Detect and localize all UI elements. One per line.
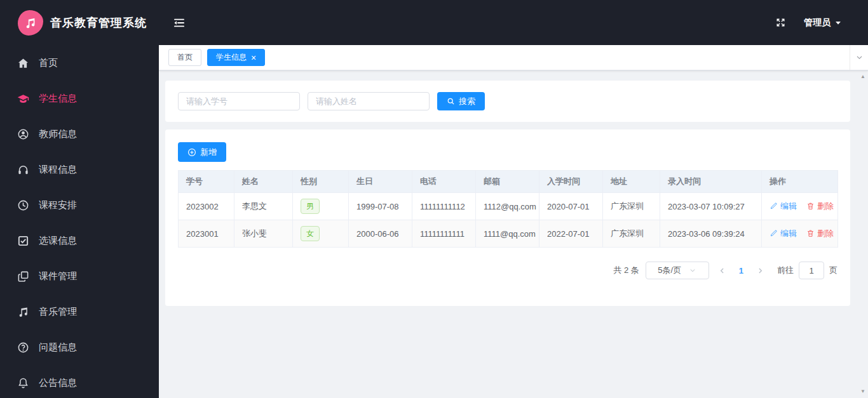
scrollbar[interactable]: ▲ ▼	[858, 70, 868, 398]
sidebar-item-8[interactable]: 音乐管理	[0, 294, 159, 329]
student-id-input[interactable]	[178, 92, 300, 110]
page-number-1[interactable]: 1	[735, 266, 747, 275]
column-header: 地址	[603, 171, 660, 193]
graduation-cap-icon	[17, 93, 29, 105]
scroll-down-icon[interactable]: ▼	[860, 389, 865, 394]
sidebar-item-6[interactable]: 选课信息	[0, 223, 159, 258]
user-icon	[17, 128, 29, 140]
sidebar: 首页学生信息教师信息课程信息课程安排选课信息课件管理音乐管理问题信息公告信息	[0, 45, 159, 398]
table-row: 2023001张小斐女2000-06-06111111111111111@qq.…	[179, 220, 838, 248]
trash-icon	[806, 229, 815, 237]
total-count: 共 2 条	[613, 265, 639, 276]
delete-button[interactable]: 删除	[806, 201, 834, 212]
next-page-icon[interactable]	[754, 267, 767, 275]
page-size-value: 5条/页	[658, 265, 681, 276]
top-header: 音乐教育管理系统 管理员	[0, 0, 868, 45]
admin-label: 管理员	[804, 17, 831, 29]
gender-tag: 女	[301, 226, 320, 241]
goto-page: 前往 页	[777, 262, 837, 279]
table-panel: 新增 学号姓名性别生日电话邮箱入学时间地址录入时间操作 2023002李思文男1…	[165, 129, 850, 306]
tabs-bar: 首页学生信息×	[159, 45, 868, 70]
scroll-up-icon[interactable]: ▲	[860, 74, 865, 79]
column-header: 录入时间	[660, 171, 762, 193]
bell-icon	[17, 377, 29, 389]
sidebar-item-7[interactable]: 课件管理	[0, 258, 159, 294]
sidebar-item-1[interactable]: 首页	[0, 45, 159, 81]
table-row: 2023002李思文男1999-07-08111111111121112@qq.…	[179, 193, 838, 220]
sidebar-item-label: 课件管理	[39, 270, 77, 282]
goto-page-input[interactable]	[799, 262, 824, 279]
clock-icon	[17, 199, 29, 211]
logo-area: 音乐教育管理系统	[0, 10, 159, 36]
checkbox-icon	[17, 235, 29, 247]
column-header: 性别	[293, 171, 349, 193]
cell-phone: 11111111112	[412, 193, 476, 220]
cell-email: 1112@qq.com	[476, 193, 539, 220]
fullscreen-icon[interactable]	[775, 17, 786, 28]
tab-label: 首页	[177, 52, 193, 63]
cell-created-at: 2023-03-06 09:39:24	[660, 220, 762, 248]
search-panel: 搜索	[165, 81, 850, 122]
cell-actions: 编辑删除	[762, 220, 838, 248]
page-size-select[interactable]: 5条/页	[646, 262, 709, 279]
add-button-label: 新增	[200, 147, 217, 158]
cell-birthday: 2000-06-06	[349, 220, 412, 248]
copy-icon	[17, 270, 29, 282]
edit-button[interactable]: 编辑	[770, 201, 797, 212]
sidebar-item-label: 选课信息	[39, 235, 77, 247]
tab-more-button[interactable]	[850, 45, 868, 70]
table-header-row: 学号姓名性别生日电话邮箱入学时间地址录入时间操作	[179, 171, 838, 193]
pencil-icon	[770, 229, 778, 237]
column-header: 学号	[179, 171, 234, 193]
search-button-label: 搜索	[459, 96, 475, 107]
header-right: 管理员	[775, 17, 868, 29]
gender-tag: 男	[301, 199, 320, 214]
plus-circle-icon	[187, 148, 196, 157]
edit-button[interactable]: 编辑	[770, 228, 797, 239]
students-table: 学号姓名性别生日电话邮箱入学时间地址录入时间操作 2023002李思文男1999…	[178, 170, 838, 248]
sidebar-item-4[interactable]: 课程信息	[0, 152, 159, 187]
tabs-container: 首页学生信息×	[168, 49, 265, 66]
prev-page-icon[interactable]	[715, 267, 729, 275]
sidebar-item-label: 音乐管理	[39, 306, 77, 318]
page-unit-label: 页	[829, 265, 837, 276]
close-icon[interactable]: ×	[251, 53, 256, 62]
music-note-icon	[17, 306, 29, 318]
music-note-logo-icon	[18, 10, 43, 36]
cell-address: 广东深圳	[603, 220, 660, 248]
sidebar-item-label: 学生信息	[39, 93, 77, 105]
name-input[interactable]	[308, 92, 430, 110]
sidebar-item-9[interactable]: 问题信息	[0, 329, 159, 365]
sidebar-item-3[interactable]: 教师信息	[0, 116, 159, 152]
chevron-down-icon	[689, 267, 696, 274]
headphones-icon	[17, 164, 29, 176]
cell-enroll-date: 2020-07-01	[539, 193, 603, 220]
app-title: 音乐教育管理系统	[50, 15, 147, 30]
cell-birthday: 1999-07-08	[349, 193, 412, 220]
trash-icon	[806, 202, 815, 210]
sidebar-item-2[interactable]: 学生信息	[0, 81, 159, 116]
delete-button[interactable]: 删除	[806, 228, 834, 239]
column-header: 生日	[349, 171, 412, 193]
tab-2[interactable]: 学生信息×	[207, 49, 265, 66]
main-content: 搜索 新增 学号姓名性别生日电话邮箱入学时间地址录入时间操作 2023002李思…	[159, 70, 868, 398]
search-button[interactable]: 搜索	[437, 92, 485, 110]
goto-label: 前往	[777, 265, 794, 276]
cell-gender: 男	[293, 193, 349, 220]
hamburger-icon[interactable]	[173, 17, 186, 29]
column-header: 电话	[412, 171, 476, 193]
cell-name: 张小斐	[234, 220, 293, 248]
sidebar-item-label: 问题信息	[39, 342, 77, 354]
pencil-icon	[770, 202, 778, 210]
cell-name: 李思文	[234, 193, 293, 220]
tab-1[interactable]: 首页	[168, 49, 201, 66]
admin-dropdown[interactable]: 管理员	[804, 17, 841, 29]
sidebar-menu: 首页学生信息教师信息课程信息课程安排选课信息课件管理音乐管理问题信息公告信息	[0, 45, 159, 398]
cell-student-id: 2023002	[179, 193, 234, 220]
cell-actions: 编辑删除	[762, 193, 838, 220]
sidebar-item-10[interactable]: 公告信息	[0, 365, 159, 398]
sidebar-item-label: 首页	[39, 57, 58, 69]
add-button[interactable]: 新增	[178, 142, 226, 162]
cell-address: 广东深圳	[603, 193, 660, 220]
sidebar-item-5[interactable]: 课程安排	[0, 187, 159, 223]
